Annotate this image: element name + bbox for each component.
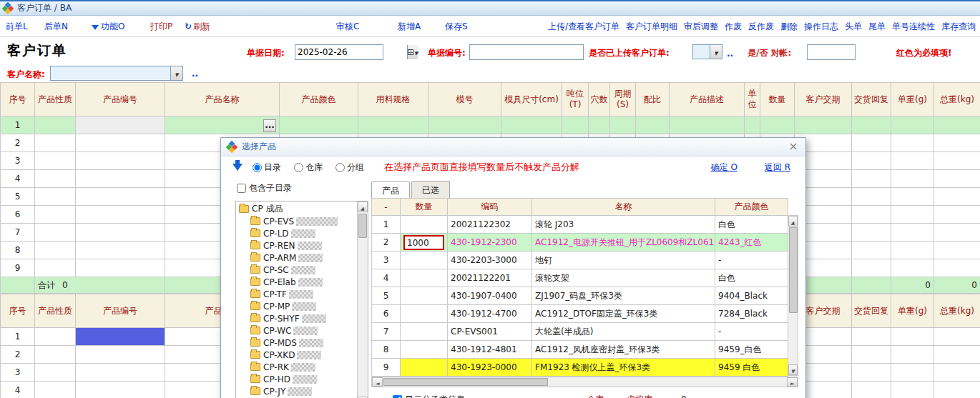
qty-input[interactable] [403,253,444,268]
include-subdir-checkbox[interactable] [237,184,246,193]
tree-item[interactable]: CP-LD [250,227,356,239]
print-button[interactable]: 打印P [150,21,172,33]
qty-cell[interactable] [401,216,448,234]
grid-vertical-scrollbar[interactable] [788,215,798,376]
qty-cell[interactable] [401,252,448,269]
scroll-thumb[interactable] [358,214,367,238]
toolbar-link[interactable]: 尾单 [868,21,886,33]
product-picker-button[interactable]: ... [263,119,276,132]
audit-button[interactable]: 审核C [336,21,359,33]
tree-item[interactable]: CP-HD [250,373,356,385]
tree-item[interactable]: CP-XKD [250,349,356,361]
order-no-field[interactable] [469,44,584,60]
qty-input[interactable] [403,342,444,357]
tree-item[interactable]: CP-SHYF [250,312,356,324]
uploaded-combo[interactable] [692,44,722,59]
qty-cell[interactable] [401,269,448,287]
qty-cell[interactable] [401,359,448,377]
scroll-thumb[interactable] [789,227,798,313]
tree-item[interactable]: CP-Elab [250,276,356,288]
toolbar-link[interactable]: 审后调整 [684,21,718,33]
refresh-button[interactable]: 刷新 [185,21,210,33]
toolbar-link[interactable]: 上传/查看客户订单 [548,21,619,33]
qty-input[interactable] [403,324,444,339]
order-row[interactable]: 1 ... [1,116,980,134]
tree-item[interactable]: CP-REN [250,239,356,252]
group-radio[interactable] [335,163,345,172]
scroll-down-button[interactable] [788,364,798,375]
scroll-left-button[interactable] [372,377,383,387]
qty-cell[interactable] [401,305,448,323]
qty-input[interactable]: 1000 [403,235,444,250]
qty-cell[interactable] [401,323,448,341]
prev-order-button[interactable]: 前单L [6,21,28,33]
add-button[interactable]: 新增A [398,21,421,33]
product-row[interactable]: 7 CP-EVS001 大轮盖(半成品) - [372,323,788,341]
scroll-up-button[interactable] [788,216,798,227]
tree-item[interactable]: CP-MDS [250,337,356,349]
qty-input[interactable] [403,307,444,322]
product-row[interactable]: 2 1000 430-1912-2300 AC1912_电源开关推钮_用于ZL0… [372,234,788,252]
reconcile-field[interactable] [807,44,856,60]
qty-cell[interactable]: 1000 [401,234,448,252]
uploaded-more-button[interactable]: .. [727,49,733,59]
toolbar-link[interactable]: 作废 [725,21,742,33]
cell-tonnage [562,116,589,134]
date-dropdown-button[interactable] [407,45,418,59]
grid-horizontal-scrollbar[interactable] [371,377,798,387]
scroll-right-button[interactable] [787,377,798,387]
warehouse-radio[interactable] [294,163,303,172]
tree-item[interactable]: CP-MP [250,300,356,312]
customer-more-button[interactable]: .. [192,69,198,79]
tree-scrollbar[interactable] [357,202,368,398]
qty-input[interactable] [403,360,444,375]
product-row[interactable]: 3 430-2203-3000 地钉 - [372,252,788,269]
toolbar-link[interactable]: 库存查询 [941,21,976,33]
customer-combo[interactable] [50,66,183,81]
product-row[interactable]: 4 20021122201 滚轮支架 白色 [372,269,788,287]
tree-item[interactable]: CP 成品 [239,203,356,215]
customer-combo-button[interactable] [170,66,182,80]
qty-input[interactable] [403,271,444,286]
toolbar-link[interactable]: 单号连续性 [892,21,935,33]
toolbar-link[interactable]: 删除 [780,21,798,33]
order-no-input[interactable] [470,45,583,59]
product-row[interactable]: 5 430-1907-0400 ZJ1907_码盘_环保3类 9404_Blac… [372,287,788,305]
product-row[interactable]: 8 430-1912-4801 AC1912_风机座密封盖_环保3类 9459_… [372,341,788,359]
toolbar-link[interactable]: 操作日志 [804,21,838,33]
show-subclass-info-checkbox[interactable] [393,395,402,398]
product-row[interactable]: 6 430-1912-4700 AC1912_DTOF固定盖_环保3类 7284… [372,305,788,323]
toolbar-link[interactable]: 客户订单明细 [626,21,677,33]
date-input[interactable] [295,45,407,59]
cell-product-code[interactable] [76,382,165,398]
tree-item[interactable]: CP-EVS [250,215,356,227]
qty-cell[interactable] [401,287,448,305]
qty-input[interactable] [403,289,444,304]
confirm-button[interactable]: 确定 O [711,161,738,174]
tree-item[interactable]: CP-WC [250,324,356,337]
tree-item[interactable]: CP-TF [250,288,356,300]
toolbar-link[interactable]: 反作废 [748,21,774,33]
scroll-thumb[interactable] [383,378,548,386]
close-icon[interactable] [787,141,800,154]
toolbar-link[interactable]: 头单 [845,21,862,33]
next-order-button[interactable]: 后单N [44,21,68,33]
cell-product-code[interactable] [76,328,165,346]
product-row[interactable]: 9 430-1923-0000 FM1923 检测仪上盖_环保3类 9459 白… [372,359,788,377]
product-row[interactable]: 1 20021122302 滚轮 J203 白色 [372,216,788,234]
function-button[interactable]: 功能O [92,21,124,33]
tree-item[interactable]: CP-ARM [250,252,356,264]
cell-product-code[interactable] [76,346,165,364]
tree-item[interactable]: CP-SC [250,264,356,276]
back-button[interactable]: 返回 R [765,161,790,174]
cell-product-code[interactable] [76,364,165,382]
uploaded-combo-button[interactable] [710,45,722,59]
tree-item[interactable]: CP-RK [250,361,356,373]
qty-cell[interactable] [401,341,448,359]
save-button[interactable]: 保存S [445,21,468,33]
tab-selected[interactable]: 已选 [411,181,450,199]
scroll-up-button[interactable] [358,202,368,212]
date-field[interactable] [295,44,383,60]
catalog-radio[interactable] [253,163,262,172]
qty-input[interactable] [403,217,444,232]
